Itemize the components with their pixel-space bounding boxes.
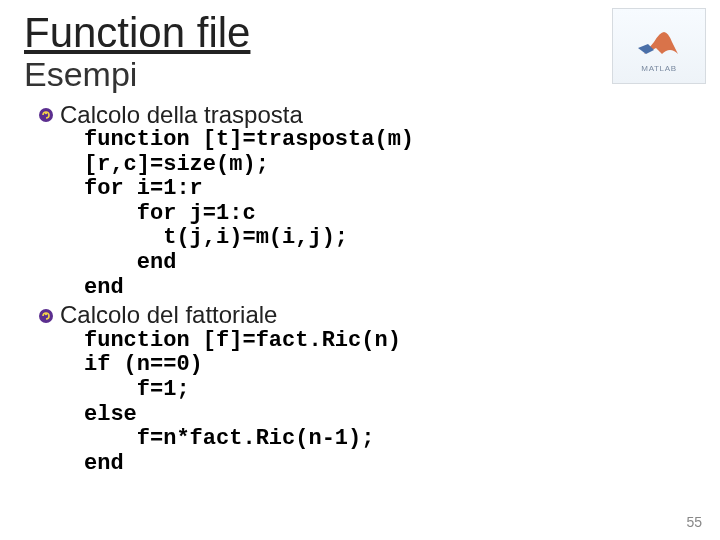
slide: MATLAB Function file Esempi Calcolo dell… bbox=[0, 0, 720, 540]
bullet-icon bbox=[38, 107, 54, 123]
bullet-item: Calcolo del fattoriale bbox=[38, 302, 696, 328]
svg-point-2 bbox=[39, 309, 53, 323]
svg-point-0 bbox=[39, 108, 53, 122]
slide-subtitle: Esempi bbox=[24, 56, 696, 93]
section-heading: Calcolo del fattoriale bbox=[60, 302, 277, 328]
content-area: Calcolo della trasposta function [t]=tra… bbox=[38, 102, 696, 477]
bullet-item: Calcolo della trasposta bbox=[38, 102, 696, 128]
code-block: function [t]=trasposta(m) [r,c]=size(m);… bbox=[84, 128, 696, 300]
matlab-logo-icon bbox=[634, 20, 684, 60]
logo-label: MATLAB bbox=[641, 64, 676, 73]
bullet-icon bbox=[38, 308, 54, 324]
svg-point-1 bbox=[45, 112, 47, 114]
slide-title: Function file bbox=[24, 10, 696, 56]
page-number: 55 bbox=[686, 514, 702, 530]
section-heading: Calcolo della trasposta bbox=[60, 102, 303, 128]
matlab-logo: MATLAB bbox=[612, 8, 706, 84]
svg-point-3 bbox=[45, 312, 47, 314]
code-block: function [f]=fact.Ric(n) if (n==0) f=1; … bbox=[84, 329, 696, 477]
